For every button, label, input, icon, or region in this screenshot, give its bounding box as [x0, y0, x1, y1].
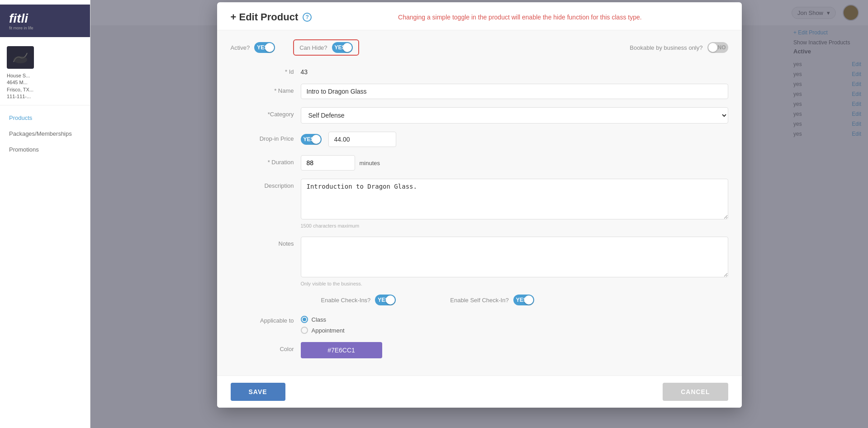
notes-label: Notes	[231, 237, 294, 247]
bookable-group: Bookable by business only? NO	[630, 42, 728, 53]
svg-point-0	[14, 56, 27, 63]
description-hint: 1500 characters maximum	[301, 223, 728, 228]
self-checkin-label: Enable Self Check-In?	[450, 297, 508, 304]
save-button[interactable]: SAVE	[231, 383, 285, 401]
sidebar: fitli fit more in life House S...4645 M.…	[0, 0, 90, 428]
self-checkin-toggle-track[interactable]: YES	[513, 295, 534, 305]
color-swatch[interactable]: #7E6CC1	[301, 342, 382, 358]
can-hide-toggle-thumb	[343, 43, 352, 52]
notes-field: Only visible to the business.	[301, 237, 728, 286]
can-hide-label: Can Hide?	[299, 44, 327, 51]
active-label: Active?	[231, 44, 250, 51]
description-label: Description	[231, 179, 294, 189]
sidebar-item-packages[interactable]: Packages/Memberships	[0, 126, 90, 142]
description-field: Introduction to Dragon Glass. 1500 chara…	[301, 179, 728, 228]
self-checkin-toggle-thumb	[524, 295, 533, 304]
can-hide-toggle-track[interactable]: YES	[332, 42, 353, 53]
color-field: #7E6CC1	[301, 342, 728, 358]
dropin-row: Drop-in Price YES	[231, 132, 728, 147]
bookable-label: Bookable by business only?	[630, 44, 702, 51]
radio-appointment[interactable]: Appointment	[301, 327, 728, 334]
modal-warning: Changing a simple toggle in the product …	[312, 14, 728, 21]
radio-appointment-circle	[301, 327, 308, 334]
radio-class-circle	[301, 316, 308, 323]
checkin-toggle-thumb	[386, 295, 395, 304]
dropin-inner-row: YES	[301, 132, 728, 147]
main-content: Jon Show ▾ + Edit Product Show Inactive …	[90, 0, 868, 428]
applicable-field: Class Appointment	[301, 314, 728, 334]
modal-body: Active? YES Can Hide?	[217, 30, 742, 376]
modal-header: + Edit Product ? Changing a simple toggl…	[217, 2, 742, 30]
business-image	[7, 46, 34, 69]
checkin-group: Enable Check-Ins? YES	[321, 295, 396, 305]
category-label: *Category	[231, 107, 294, 118]
duration-label: * Duration	[231, 155, 294, 166]
bookable-toggle-track[interactable]: NO	[707, 42, 728, 53]
notes-row: Notes Only visible to the business.	[231, 237, 728, 286]
radio-class[interactable]: Class	[301, 316, 728, 323]
bookable-toggle-no: NO	[718, 44, 726, 51]
notes-hint: Only visible to the business.	[301, 281, 728, 286]
business-name: House S...4645 M...Frisco, TX...111-111-…	[7, 72, 83, 100]
bookable-toggle-thumb	[708, 43, 717, 52]
dropin-field: YES	[301, 132, 728, 147]
id-label: * Id	[231, 65, 294, 75]
category-row: *Category Self Defense Yoga Pilates Cros…	[231, 107, 728, 124]
active-toggle-track[interactable]: YES	[254, 42, 275, 53]
help-icon[interactable]: ?	[303, 13, 312, 22]
modal-overlay: + Edit Product ? Changing a simple toggl…	[90, 0, 868, 428]
checkin-label: Enable Check-Ins?	[321, 297, 371, 304]
modal-title: + Edit Product	[231, 11, 299, 23]
logo-text: fitli	[9, 11, 81, 26]
applicable-row: Applicable to Class	[231, 314, 728, 334]
can-hide-group: Can Hide? YES	[293, 39, 359, 56]
checkin-row: Enable Check-Ins? YES Enable Self Check-…	[231, 295, 728, 305]
duration-inner-row: minutes	[301, 155, 728, 171]
checkin-toggle[interactable]: YES	[375, 295, 396, 305]
duration-input[interactable]	[301, 155, 355, 171]
dropin-toggle[interactable]: YES	[301, 134, 322, 145]
checkin-toggle-track[interactable]: YES	[375, 295, 396, 305]
logo-sub: fit more in life	[9, 26, 81, 30]
sidebar-item-promotions[interactable]: Promotions	[0, 142, 90, 157]
color-row: Color #7E6CC1	[231, 342, 728, 358]
category-field: Self Defense Yoga Pilates CrossFit	[301, 107, 728, 124]
active-toggle-thumb	[265, 43, 274, 52]
radio-class-label: Class	[312, 316, 327, 323]
sidebar-item-products[interactable]: Products	[0, 110, 90, 126]
dropin-toggle-thumb	[312, 135, 321, 144]
can-hide-toggle[interactable]: YES	[332, 42, 353, 53]
toggle-row: Active? YES Can Hide?	[231, 39, 728, 56]
id-row: * Id 43	[231, 65, 728, 76]
modal-title-row: + Edit Product ?	[231, 11, 312, 23]
applicable-label: Applicable to	[231, 314, 294, 324]
radio-class-dot	[303, 318, 306, 321]
name-label: * Name	[231, 84, 294, 94]
bookable-toggle[interactable]: NO	[707, 42, 728, 53]
duration-unit: minutes	[360, 160, 380, 166]
color-label: Color	[231, 342, 294, 352]
color-hex-value: #7E6CC1	[327, 347, 355, 354]
modal-footer: SAVE CANCEL	[217, 376, 742, 408]
dropin-toggle-track[interactable]: YES	[301, 134, 322, 145]
active-toggle-group: Active? YES	[231, 42, 275, 53]
applicable-radio-group: Class Appointment	[301, 314, 728, 334]
duration-row: * Duration minutes	[231, 155, 728, 171]
name-row: * Name	[231, 84, 728, 99]
notes-textarea[interactable]	[301, 237, 728, 277]
dropin-price-input[interactable]	[328, 132, 396, 147]
self-checkin-group: Enable Self Check-In? YES	[450, 295, 534, 305]
name-input[interactable]	[301, 84, 728, 99]
dropin-label: Drop-in Price	[231, 132, 294, 142]
active-toggle[interactable]: YES	[254, 42, 275, 53]
radio-appointment-label: Appointment	[312, 327, 345, 334]
business-info: House S...4645 M...Frisco, TX...111-111-…	[0, 42, 90, 105]
description-textarea[interactable]: Introduction to Dragon Glass.	[301, 179, 728, 219]
category-select[interactable]: Self Defense Yoga Pilates CrossFit	[301, 107, 728, 124]
self-checkin-toggle[interactable]: YES	[513, 295, 534, 305]
id-field: 43	[301, 65, 728, 76]
sidebar-logo: fitli fit more in life	[0, 5, 90, 37]
description-row: Description Introduction to Dragon Glass…	[231, 179, 728, 228]
cancel-button[interactable]: CANCEL	[663, 383, 728, 401]
edit-product-modal: + Edit Product ? Changing a simple toggl…	[217, 2, 742, 408]
